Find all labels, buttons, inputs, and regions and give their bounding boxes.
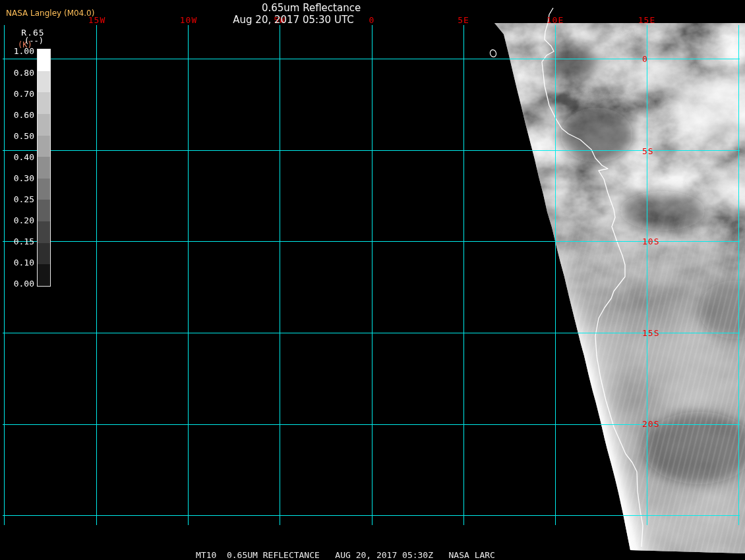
datetime-label: Aug 20, 2017 05:30 UTC (201, 14, 386, 26)
lat-label-20s: 20S (642, 419, 659, 429)
lon-label-10w: 10W (175, 15, 202, 25)
island-outline (489, 49, 497, 58)
coastal-bright-band (494, 23, 745, 553)
colorbar-tick: 0.15 (7, 237, 34, 246)
colorbar-tick: 0.50 (7, 131, 34, 141)
lon-label-10e: 10E (541, 15, 569, 25)
colorbar-tick: 0.25 (7, 194, 34, 204)
colorbar-segment (38, 264, 50, 286)
colorbar-segment (38, 114, 50, 136)
colorbar-segment (38, 71, 50, 93)
credit-label: NASA Langley (M04.0) (6, 9, 94, 18)
colorbar-segment (38, 157, 50, 179)
page-title: 0.65um Reflectance (219, 2, 403, 14)
colorbar-tick: 0.00 (7, 279, 34, 289)
lat-label-10s: 10S (642, 237, 659, 246)
colorbar-segment (38, 136, 50, 157)
colorbar-tick: 0.60 (7, 110, 34, 120)
colorbar-tick: 0.20 (7, 215, 34, 225)
colorbar-segment (38, 243, 50, 265)
colorbar-segment (38, 49, 50, 71)
satellite-swath (491, 20, 745, 557)
lat-label-0: 0 (642, 54, 648, 64)
lon-label-5e: 5E (450, 15, 477, 25)
lat-label-5s: 5S (642, 146, 654, 156)
colorbar-tick: 0.40 (7, 152, 34, 162)
colorbar-tick: 0.30 (7, 173, 34, 183)
satellite-viewer: NASA Langley (M04.0) 0.65um Reflectance … (0, 0, 745, 560)
colorbar-segment (38, 200, 50, 221)
colorbar-segment (38, 92, 50, 114)
lon-label-15e: 15E (633, 15, 661, 25)
footer-caption: MT10 0.65UM REFLECTANCE AUG 20, 2017 05:… (196, 550, 495, 560)
colorbar-tick: 0.70 (7, 89, 34, 99)
colorbar-segment (38, 179, 50, 200)
colorbar (37, 49, 51, 287)
satellite-image-canvas (0, 0, 745, 560)
colorbar-tick: 0.10 (7, 258, 34, 267)
colorbar-tick: 0.80 (7, 68, 34, 78)
colorbar-tick: 1.00 (7, 46, 34, 56)
colorbar-unit: (--) (24, 36, 44, 45)
colorbar-segment (38, 221, 50, 243)
lat-label-15s: 15S (642, 328, 659, 338)
